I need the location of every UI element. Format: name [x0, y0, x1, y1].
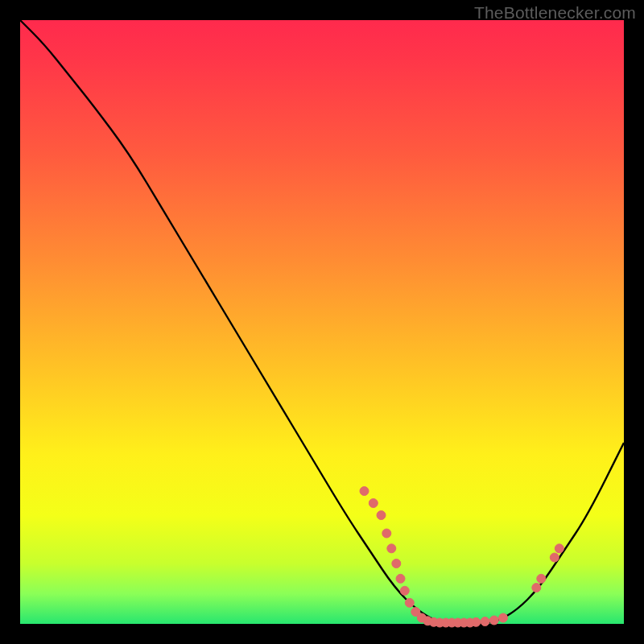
- scatter-dot: [537, 574, 546, 583]
- scatter-dot: [481, 617, 489, 626]
- chart-svg: [20, 20, 624, 624]
- scatter-dot: [550, 553, 559, 562]
- scatter-dot: [369, 499, 378, 508]
- chart-plot-area: [20, 20, 624, 624]
- scatter-dot: [472, 617, 481, 626]
- scatter-dot: [387, 544, 396, 553]
- scatter-dot: [400, 586, 409, 595]
- bottleneck-curve: [20, 20, 624, 624]
- scatter-dot: [405, 598, 414, 607]
- scatter-dot: [382, 529, 391, 538]
- scatter-dots: [360, 487, 564, 628]
- scatter-dot: [392, 559, 401, 568]
- chart-stage: TheBottlenecker.com: [0, 0, 644, 644]
- scatter-dot: [377, 511, 386, 520]
- scatter-dot: [499, 613, 508, 622]
- scatter-dot: [555, 544, 564, 553]
- scatter-dot: [532, 584, 541, 592]
- scatter-dot: [489, 616, 498, 625]
- scatter-dot: [396, 574, 405, 583]
- scatter-dot: [360, 487, 369, 496]
